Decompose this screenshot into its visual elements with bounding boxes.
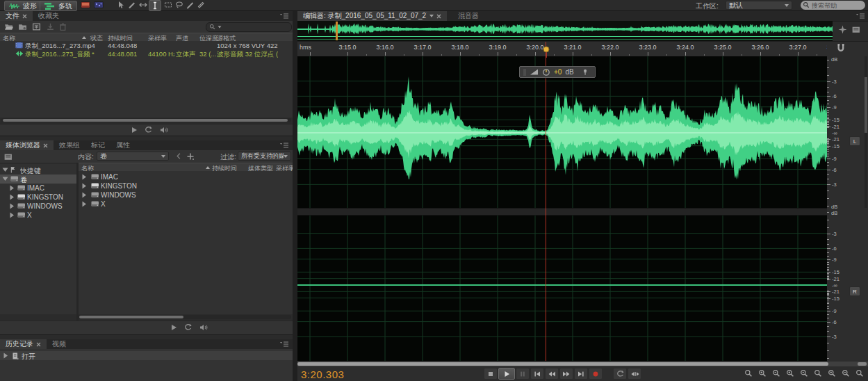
- add-shortcut-icon[interactable]: [186, 152, 195, 161]
- vertical-zoom-scrollbar[interactable]: [865, 56, 867, 208]
- close-icon[interactable]: [36, 342, 41, 347]
- hud-gain-value[interactable]: +0: [554, 68, 562, 76]
- close-icon[interactable]: [22, 14, 27, 19]
- auto-play-speaker-icon[interactable]: [199, 323, 208, 332]
- tab-video[interactable]: 视频: [47, 339, 72, 349]
- zoom-full-button[interactable]: [855, 369, 864, 378]
- snapping-magnet-icon[interactable]: [835, 43, 845, 53]
- playhead-line[interactable]: [546, 42, 546, 361]
- open-file-icon[interactable]: [4, 22, 13, 31]
- expand-icon[interactable]: [9, 212, 15, 218]
- view-mode-icon[interactable]: [3, 152, 13, 161]
- zoom-in-amplitude-button[interactable]: [828, 369, 836, 378]
- help-search-box[interactable]: [801, 1, 865, 10]
- media-list-row-imac[interactable]: IMAC: [79, 172, 293, 181]
- loop-playback-button[interactable]: [613, 368, 627, 380]
- file-row[interactable]: 录制_2016...7_273.mp444:48.0481024 x 768 V…: [0, 41, 293, 49]
- tab-mixer[interactable]: 混音器: [452, 11, 484, 21]
- workspace-dropdown[interactable]: 默认: [726, 1, 792, 10]
- import-file-icon[interactable]: [18, 22, 27, 31]
- files-horizontal-scrollbar[interactable]: [1, 118, 291, 122]
- expand-icon[interactable]: [81, 201, 87, 207]
- media-list-row-x[interactable]: X: [79, 200, 293, 209]
- preview-play-icon[interactable]: [170, 323, 178, 332]
- navigator-options-icon[interactable]: [838, 25, 847, 34]
- chevron-down-icon[interactable]: [429, 15, 434, 17]
- skip-to-start-button[interactable]: [530, 368, 544, 380]
- editor-panel-menu-icon[interactable]: [856, 13, 865, 19]
- new-item-icon[interactable]: [32, 22, 41, 31]
- pin-icon[interactable]: [582, 68, 589, 76]
- content-dropdown[interactable]: 卷: [97, 152, 169, 161]
- expand-icon[interactable]: [9, 203, 15, 209]
- spectral-pitch-toggle-icon[interactable]: [94, 1, 104, 8]
- expand-icon[interactable]: [81, 192, 87, 198]
- zoom-navigator-overview[interactable]: [297, 21, 833, 41]
- expand-icon[interactable]: [9, 194, 15, 200]
- media-horizontal-scrollbar[interactable]: [79, 315, 291, 319]
- db-ruler[interactable]: -3-3-6-6-9-9-15-15-21-21-∞-3-3-6-6-9-9-1…: [827, 41, 848, 362]
- tab-media-browser[interactable]: 媒体浏览器: [0, 140, 54, 150]
- waveform-view-button[interactable]: 波形: [4, 1, 42, 11]
- tab-editor[interactable]: 编辑器: 录制_2016_05_05_11_02_07_273_音频 *: [297, 11, 447, 21]
- right-channel-badge[interactable]: R: [849, 286, 860, 296]
- slip-tool-icon[interactable]: [139, 1, 147, 9]
- rewind-button[interactable]: [545, 368, 559, 380]
- current-time-display[interactable]: 3:20.303: [301, 368, 344, 380]
- loop-playback-icon[interactable]: [183, 323, 193, 332]
- close-icon[interactable]: [43, 143, 48, 148]
- spectral-frequency-toggle-icon[interactable]: [81, 1, 90, 8]
- tab-history[interactable]: 历史记录: [0, 339, 47, 349]
- display-options-icon[interactable]: [851, 25, 860, 34]
- zoom-in-time-button[interactable]: [758, 369, 767, 378]
- zoom-in-at-in-point-button[interactable]: [786, 369, 794, 378]
- collapse-icon[interactable]: [2, 176, 8, 181]
- file-row[interactable]: 录制_2016...273_音频 *44:48.08144100 Hz立体声32…: [0, 49, 293, 58]
- scrollbar-nub[interactable]: [858, 362, 867, 366]
- skip-selection-button[interactable]: [628, 368, 641, 380]
- tab-files[interactable]: 文件: [0, 11, 33, 21]
- play-button[interactable]: [498, 368, 515, 380]
- expand-icon[interactable]: [9, 185, 15, 191]
- media-list-row-windows[interactable]: WINDOWS: [79, 190, 293, 200]
- back-arrow-icon[interactable]: [175, 152, 183, 160]
- pause-button[interactable]: [516, 368, 530, 380]
- tree-item-imac[interactable]: IMAC: [0, 184, 76, 193]
- hud-grip-icon[interactable]: [523, 68, 526, 76]
- left-channel-badge[interactable]: L: [849, 136, 860, 146]
- scrollbar-thumb[interactable]: [865, 77, 867, 133]
- files-search-box[interactable]: [206, 22, 292, 32]
- paintbrush-selection-tool-icon[interactable]: [186, 1, 195, 9]
- files-panel-menu-icon[interactable]: [280, 13, 288, 19]
- loop-playback-icon[interactable]: [144, 126, 153, 134]
- marquee-selection-tool-icon[interactable]: [164, 1, 172, 9]
- stop-button[interactable]: [484, 368, 498, 380]
- expand-icon[interactable]: [81, 174, 87, 180]
- insert-into-multitrack-icon[interactable]: [46, 22, 55, 31]
- lasso-selection-tool-icon[interactable]: [175, 1, 183, 9]
- tree-item-快捷键[interactable]: 快捷键: [0, 165, 76, 175]
- zoom-out-time-button[interactable]: [772, 369, 780, 378]
- tab-markers[interactable]: 标记: [85, 140, 110, 150]
- auto-play-speaker-icon[interactable]: [159, 126, 168, 134]
- zoom-reset-button[interactable]: [744, 369, 753, 378]
- razor-tool-icon[interactable]: [128, 1, 136, 9]
- zoom-to-selection-button[interactable]: [814, 369, 822, 378]
- editor-horizontal-scrollbar[interactable]: [297, 362, 868, 366]
- delete-icon[interactable]: [58, 22, 67, 31]
- collapse-icon[interactable]: [2, 167, 8, 172]
- panel-divider[interactable]: [293, 11, 297, 381]
- scrollbar-thumb[interactable]: [3, 119, 288, 122]
- history-panel-menu-icon[interactable]: [280, 341, 288, 348]
- media-list-row-kingston[interactable]: KINGSTON: [79, 181, 293, 190]
- multitrack-view-button[interactable]: 多轨: [40, 1, 77, 11]
- move-tool-icon[interactable]: [117, 1, 125, 9]
- help-search-input[interactable]: [810, 0, 864, 10]
- right-channel-waveform[interactable]: [297, 216, 827, 361]
- skip-to-end-button[interactable]: [574, 368, 588, 380]
- zoom-out-amplitude-button[interactable]: [842, 369, 850, 378]
- volume-knob-icon[interactable]: [542, 68, 550, 76]
- zoom-out-at-in-point-button[interactable]: [800, 369, 808, 378]
- time-selection-tool-icon[interactable]: [149, 0, 161, 11]
- tab-effects-rack[interactable]: 效果组: [54, 140, 85, 150]
